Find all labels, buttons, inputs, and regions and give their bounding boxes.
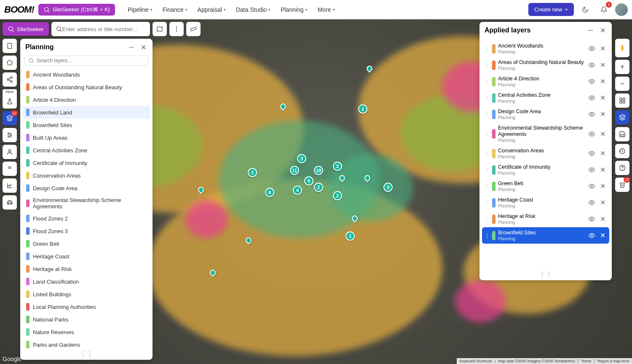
- siteseeker-pill[interactable]: SiteSeeker: [3, 22, 49, 36]
- map-marker[interactable]: 2: [333, 162, 342, 171]
- notifications-button[interactable]: 3: [597, 3, 611, 17]
- drag-grip-icon[interactable]: ⋮⋮: [485, 216, 490, 222]
- visibility-toggle[interactable]: [587, 199, 596, 207]
- layers-tool[interactable]: 12: [3, 111, 17, 125]
- minimize-button[interactable]: ─: [586, 26, 595, 35]
- map-marker[interactable]: 3: [383, 183, 393, 192]
- remove-layer-button[interactable]: ✕: [598, 61, 607, 69]
- map-marker[interactable]: 2: [345, 231, 355, 241]
- layer-item[interactable]: Certificate of Immunity: [23, 157, 150, 169]
- drag-grip-icon[interactable]: ⋮⋮: [485, 151, 490, 157]
- layer-item[interactable]: Central Activities Zone: [23, 144, 150, 157]
- layer-item[interactable]: Nature Reserves: [23, 326, 150, 338]
- applied-layer-item[interactable]: ⋮⋮ Heritage Coast Planning ✕: [482, 194, 609, 211]
- grid-tool[interactable]: [615, 93, 629, 108]
- visibility-toggle[interactable]: [587, 45, 596, 53]
- nav-data-studio[interactable]: Data Studio▾: [232, 4, 275, 16]
- map-marker[interactable]: 8: [265, 188, 274, 197]
- layer-search-wrapper[interactable]: [24, 56, 148, 66]
- nav-more[interactable]: More▾: [313, 4, 339, 16]
- nav-finance[interactable]: Finance▾: [158, 4, 192, 16]
- siteseeker-shortcut-button[interactable]: SiteSeeker (Ctrl/⌘ + K): [38, 4, 115, 16]
- panel-resize-handle[interactable]: ⋮⋮: [479, 269, 612, 280]
- terms-link[interactable]: Terms: [581, 359, 592, 363]
- map-marker[interactable]: 19: [314, 166, 323, 175]
- layer-item[interactable]: Ancient Woodlands: [23, 68, 150, 81]
- visibility-toggle[interactable]: [587, 61, 596, 69]
- map-marker[interactable]: 2: [314, 183, 323, 192]
- applied-layer-item[interactable]: ⋮⋮ Conservation Areas Planning ✕: [482, 145, 609, 162]
- layer-item[interactable]: Listed Buildings: [23, 288, 150, 300]
- layer-item[interactable]: Green Belt: [23, 237, 150, 250]
- home-tool[interactable]: [3, 39, 17, 53]
- theme-toggle-button[interactable]: [578, 3, 592, 17]
- layer-item[interactable]: Design Code Area: [23, 182, 150, 194]
- applied-layer-item[interactable]: ⋮⋮ Central Activities Zone Planning ✕: [482, 90, 609, 106]
- address-search-input[interactable]: [62, 26, 146, 32]
- map-marker[interactable]: 2: [248, 168, 257, 177]
- drag-grip-icon[interactable]: ⋮⋮: [485, 131, 490, 137]
- settings-tool[interactable]: [3, 128, 17, 142]
- visibility-toggle[interactable]: [587, 110, 596, 119]
- visibility-toggle[interactable]: [587, 149, 596, 158]
- drag-grip-icon[interactable]: ⋮⋮: [485, 79, 490, 85]
- visibility-toggle[interactable]: [587, 130, 596, 138]
- layer-item[interactable]: Article 4 Direction: [23, 93, 150, 106]
- visibility-toggle[interactable]: [587, 231, 596, 240]
- layer-search-input[interactable]: [37, 58, 145, 64]
- layer-item[interactable]: Built Up Areas: [23, 131, 150, 144]
- zoom-out-button[interactable]: −: [615, 77, 629, 91]
- zoom-in-button[interactable]: +: [615, 60, 629, 74]
- panel-resize-handle[interactable]: ⋮⋮: [20, 348, 153, 360]
- remove-layer-button[interactable]: ✕: [598, 215, 607, 223]
- history-tool[interactable]: [615, 144, 629, 158]
- layer-item[interactable]: Flood Zones 2: [23, 212, 150, 225]
- drag-grip-icon[interactable]: ⋮⋮: [485, 95, 490, 101]
- applied-layer-item[interactable]: ⋮⋮ Green Belt Planning ✕: [482, 178, 609, 194]
- share-tool[interactable]: [3, 72, 17, 87]
- basemap-button[interactable]: [153, 22, 167, 36]
- remove-layer-button[interactable]: ✕: [598, 182, 607, 191]
- report-error-link[interactable]: Report a map error: [597, 359, 629, 363]
- nav-pipeline[interactable]: Pipeline▾: [123, 4, 157, 16]
- applied-layer-item[interactable]: ⋮⋮ Article 4 Direction Planning ✕: [482, 73, 609, 90]
- map-marker[interactable]: 11: [290, 166, 299, 175]
- drag-grip-icon[interactable]: ⋮⋮: [485, 200, 490, 206]
- layer-item[interactable]: Local Planning Authorities: [23, 300, 150, 313]
- applied-layers-toggle[interactable]: [615, 110, 629, 125]
- people-tool[interactable]: [3, 145, 17, 159]
- user-avatar[interactable]: [615, 3, 628, 16]
- layer-list[interactable]: Ancient WoodlandsAreas of Outstanding Na…: [20, 68, 153, 348]
- map-marker[interactable]: 2: [333, 191, 342, 200]
- drag-grip-icon[interactable]: ⋮⋮: [485, 233, 490, 239]
- layer-item[interactable]: Parks and Gardens: [23, 338, 150, 348]
- applied-layer-item[interactable]: ⋮⋮ Design Code Area Planning ✕: [482, 106, 609, 122]
- trash-tool[interactable]: 12: [615, 178, 629, 192]
- visibility-toggle[interactable]: [587, 166, 596, 174]
- save-tool[interactable]: [615, 127, 629, 141]
- layer-item[interactable]: Conservation Areas: [23, 169, 150, 182]
- drag-grip-icon[interactable]: ⋮⋮: [485, 112, 490, 117]
- draw-tool[interactable]: [3, 56, 17, 70]
- applied-layer-item[interactable]: ⋮⋮ Areas of Outstanding Natural Beauty P…: [482, 57, 609, 73]
- keyboard-shortcuts-link[interactable]: Keyboard shortcuts: [459, 359, 492, 363]
- close-button[interactable]: ✕: [139, 43, 147, 51]
- remove-layer-button[interactable]: ✕: [598, 94, 607, 102]
- drag-grip-icon[interactable]: ⋮⋮: [485, 46, 490, 52]
- nav-appraisal[interactable]: Appraisal▾: [193, 4, 230, 16]
- applied-layers-list[interactable]: ⋮⋮ Ancient Woodlands Planning ✕⋮⋮ Areas …: [479, 39, 612, 269]
- layer-item[interactable]: Areas of Outstanding Natural Beauty: [23, 81, 150, 93]
- more-options-button[interactable]: [169, 22, 184, 36]
- charts-tool[interactable]: [3, 178, 17, 193]
- address-search-wrapper[interactable]: [51, 22, 150, 36]
- applied-layer-item[interactable]: ⋮⋮ Brownfield Sites Planning ✕: [482, 227, 609, 244]
- remove-layer-button[interactable]: ✕: [598, 130, 607, 138]
- drag-grip-icon[interactable]: ⋮⋮: [485, 183, 490, 189]
- create-new-button[interactable]: Create new +: [528, 3, 574, 16]
- remove-layer-button[interactable]: ✕: [598, 149, 607, 158]
- drag-grip-icon[interactable]: ⋮⋮: [485, 167, 490, 173]
- remove-layer-button[interactable]: ✕: [598, 231, 607, 240]
- map-marker[interactable]: 2: [358, 104, 367, 114]
- remove-layer-button[interactable]: ✕: [598, 77, 607, 86]
- applied-layer-item[interactable]: ⋮⋮ Environmental Stewardship Scheme Agre…: [482, 122, 609, 145]
